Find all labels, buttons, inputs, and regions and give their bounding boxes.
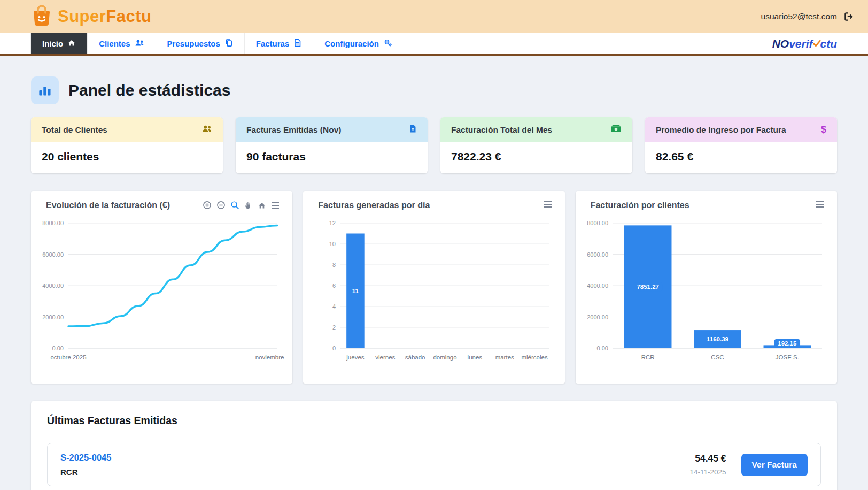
- zoom-out-icon[interactable]: [216, 201, 226, 210]
- stat-label: Total de Clientes: [42, 125, 107, 135]
- svg-text:jueves: jueves: [346, 354, 365, 361]
- menu-icon[interactable]: [816, 201, 824, 208]
- stat-value: 90 facturas: [236, 142, 428, 173]
- stats-panel-icon: [31, 76, 59, 104]
- revenue-evolution-line-chart[interactable]: 0.002000.004000.006000.008000.00octubre …: [38, 219, 285, 364]
- selection-zoom-icon[interactable]: [230, 201, 239, 210]
- menu-icon[interactable]: [271, 202, 280, 209]
- dollar-icon: $: [821, 124, 826, 135]
- svg-text:miércoles: miércoles: [522, 354, 548, 361]
- svg-text:RCR: RCR: [641, 354, 654, 361]
- tab-inicio[interactable]: Inicio: [30, 33, 88, 54]
- svg-text:11: 11: [352, 288, 359, 294]
- zoom-in-icon[interactable]: [203, 201, 212, 210]
- latest-invoices-title: Últimas Facturas Emitidas: [47, 415, 821, 427]
- tab-configuracion-label: Configuración: [324, 39, 379, 48]
- svg-text:1160.39: 1160.39: [707, 336, 728, 342]
- main-navbar: Inicio Clientes Presupuestos Facturas Co…: [0, 33, 868, 56]
- stat-value: 7822.23 €: [440, 142, 632, 173]
- svg-text:2: 2: [332, 324, 336, 331]
- stat-card-total-clientes: Total de Clientes 20 clientes: [31, 117, 223, 173]
- svg-text:4: 4: [332, 303, 336, 310]
- svg-text:viernes: viernes: [376, 354, 396, 361]
- tab-facturas[interactable]: Facturas: [245, 33, 314, 54]
- svg-text:lunes: lunes: [468, 354, 483, 361]
- topbar: SuperFactu usuario52@test.com: [0, 0, 868, 33]
- stat-card-facturas-emitidas: Facturas Emitidas (Nov) 90 facturas: [236, 117, 428, 173]
- reset-home-icon[interactable]: [258, 201, 266, 210]
- chart-title: Facturas generadas por día: [318, 201, 430, 210]
- copy-doc-icon: [224, 39, 233, 49]
- page-title: Panel de estádisticas: [68, 81, 231, 99]
- home-icon: [67, 39, 76, 49]
- svg-text:4000.00: 4000.00: [42, 282, 64, 289]
- tab-clientes-label: Clientes: [99, 39, 130, 48]
- invoice-client: RCR: [60, 468, 111, 477]
- revenue-by-client-bar-chart[interactable]: 0.002000.004000.006000.008000.00RCR7851.…: [583, 219, 830, 364]
- stat-label: Promedio de Ingreso por Factura: [656, 125, 786, 135]
- tab-presupuestos-label: Presupuestos: [167, 39, 220, 48]
- svg-text:8: 8: [332, 262, 336, 268]
- svg-text:martes: martes: [495, 354, 514, 361]
- svg-text:6000.00: 6000.00: [42, 251, 64, 258]
- invoices-per-day-bar-chart[interactable]: 024681012jueves11viernessábadodomingolun…: [311, 219, 557, 364]
- svg-text:0.00: 0.00: [52, 345, 64, 351]
- svg-text:CSC: CSC: [711, 354, 724, 361]
- svg-text:0: 0: [332, 345, 336, 351]
- brand-logo[interactable]: SuperFactu: [31, 4, 152, 29]
- stat-label: Facturas Emitidas (Nov): [246, 125, 341, 135]
- invoice-date: 14-11-2025: [690, 468, 726, 476]
- verifactu-no: NO: [772, 37, 789, 50]
- svg-text:8000.00: 8000.00: [587, 220, 608, 226]
- svg-text:domingo: domingo: [433, 354, 457, 361]
- invoice-number-link[interactable]: S-2025-0045: [60, 453, 111, 463]
- svg-text:6: 6: [332, 282, 336, 289]
- invoice-amount: 54.45 €: [690, 453, 726, 464]
- svg-text:4000.00: 4000.00: [587, 282, 608, 289]
- ver-factura-button[interactable]: Ver Factura: [741, 454, 808, 476]
- svg-text:6000.00: 6000.00: [587, 251, 608, 258]
- users-icon: [135, 39, 144, 49]
- pan-icon[interactable]: [244, 201, 253, 210]
- verifactu-verif: verif: [789, 37, 812, 50]
- chart-card-evolucion: Evolución de la facturación (€) 0.002000…: [31, 191, 292, 384]
- stats-row: Total de Clientes 20 clientes Facturas E…: [31, 117, 837, 173]
- svg-text:noviembre 2025: noviembre 2025: [255, 354, 285, 361]
- file-icon: [409, 124, 417, 135]
- menu-icon[interactable]: [544, 201, 552, 208]
- user-email: usuario52@test.com: [761, 12, 837, 21]
- chart-title: Evolución de la facturación (€): [46, 201, 170, 210]
- tab-inicio-label: Inicio: [42, 39, 63, 48]
- main-content: Panel de estádisticas Total de Clientes …: [0, 56, 868, 490]
- verifactu-ctu: ctu: [820, 37, 838, 50]
- brand-name: SuperFactu: [58, 7, 152, 26]
- svg-text:8000.00: 8000.00: [42, 220, 64, 226]
- stat-value: 20 clientes: [31, 142, 223, 173]
- invoice-row: S-2025-0045 RCR 54.45 € 14-11-2025 Ver F…: [47, 443, 821, 486]
- gears-icon: [383, 39, 392, 49]
- svg-text:12: 12: [329, 220, 336, 226]
- shopping-bag-smiley-icon: [31, 4, 52, 29]
- svg-text:192.15: 192.15: [778, 340, 797, 347]
- tab-presupuestos[interactable]: Presupuestos: [156, 33, 245, 54]
- charts-row: Evolución de la facturación (€) 0.002000…: [31, 191, 837, 384]
- svg-text:2000.00: 2000.00: [587, 314, 608, 320]
- chart-title: Facturación por clientes: [591, 201, 689, 210]
- chart-card-facturas-dia: Facturas generadas por día 024681012juev…: [303, 191, 564, 384]
- stat-value: 82.65 €: [645, 142, 837, 173]
- stat-label: Facturación Total del Mes: [451, 125, 552, 135]
- svg-text:octubre 2025: octubre 2025: [50, 354, 86, 361]
- svg-text:2000.00: 2000.00: [42, 314, 64, 320]
- file-icon: [293, 39, 301, 49]
- tab-facturas-label: Facturas: [256, 39, 290, 48]
- tab-clientes[interactable]: Clientes: [88, 33, 156, 54]
- chart-card-facturacion-clientes: Facturación por clientes 0.002000.004000…: [576, 191, 837, 384]
- tab-configuracion[interactable]: Configuración: [313, 33, 404, 54]
- svg-text:sábado: sábado: [405, 354, 425, 361]
- logout-icon[interactable]: [843, 11, 854, 22]
- stat-card-promedio-ingreso: Promedio de Ingreso por Factura $ 82.65 …: [645, 117, 837, 173]
- latest-invoices-card: Últimas Facturas Emitidas S-2025-0045 RC…: [31, 401, 837, 490]
- svg-text:0.00: 0.00: [596, 345, 608, 351]
- svg-text:JOSE S.: JOSE S.: [775, 354, 799, 361]
- verifactu-logo: NOverifctu: [772, 33, 837, 54]
